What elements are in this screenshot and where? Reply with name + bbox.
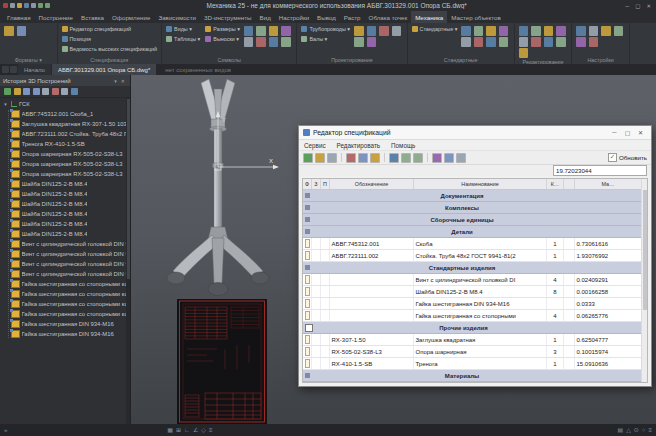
tree-item[interactable]: Шайба DIN125-2-B M8.4 <box>2 229 130 239</box>
shaft-icon[interactable] <box>392 26 402 36</box>
tree-item[interactable]: Опора шарнирная RX-505-02-S38-L3 <box>2 159 130 169</box>
document-tab-active[interactable]: АБВГ.301329.001 Опора СБ.dwg* <box>52 64 156 75</box>
dialog-menu-item[interactable]: Помощь <box>391 142 415 149</box>
options-icon[interactable] <box>576 26 586 36</box>
new-file-icon[interactable] <box>10 3 15 8</box>
tree-item[interactable]: Шайба DIN125-2-B M8.4 <box>2 199 130 209</box>
spec-item-row[interactable]: Шайба DIN125-2-B M8.480.00166258 <box>303 286 642 298</box>
close-button[interactable]: ✕ <box>644 3 653 9</box>
spec-section-row[interactable]: Комплексы <box>303 202 642 214</box>
spec-item-row[interactable]: Гайка шестигранная со стопорными40.06265… <box>303 310 642 322</box>
erase-icon[interactable] <box>519 48 529 58</box>
update-checkbox[interactable]: ✓ Обновить <box>608 153 647 162</box>
valve-icon[interactable] <box>379 26 389 36</box>
annotation-scale-icon[interactable]: △ <box>626 426 631 434</box>
command-prompt-icon[interactable]: » <box>4 426 7 434</box>
units-icon[interactable] <box>614 26 624 36</box>
tree-item[interactable]: Винт с цилиндрической головкой DIN 91 <box>2 249 130 259</box>
ribbon-tab[interactable]: Главная <box>3 11 35 23</box>
lineweight-icon[interactable]: ≡ <box>209 426 213 434</box>
datum-icon[interactable] <box>256 26 266 36</box>
spec-section-row[interactable]: Сборочные единицы <box>303 214 642 226</box>
bearing-icon[interactable] <box>486 37 496 47</box>
spec-section-row[interactable]: Материалы <box>303 370 642 382</box>
nut-icon[interactable] <box>474 26 484 36</box>
tree-item[interactable]: ▾ГСК <box>2 99 130 109</box>
ribbon-button[interactable]: Стандартные ▾ <box>412 24 458 34</box>
cut-icon[interactable] <box>346 153 356 163</box>
rotate-icon[interactable] <box>544 26 554 36</box>
paste-icon[interactable] <box>370 153 380 163</box>
spec-section-row[interactable]: Документация <box>303 190 642 202</box>
trim-icon[interactable] <box>531 37 541 47</box>
section-icon[interactable] <box>269 26 279 36</box>
tab-list-icon[interactable] <box>2 66 9 73</box>
axis-icon[interactable] <box>269 37 279 47</box>
array-icon[interactable] <box>519 37 529 47</box>
dialog-menu-item[interactable]: Сервис <box>304 142 326 149</box>
link-icon[interactable] <box>42 88 49 95</box>
settings-icon[interactable] <box>61 88 68 95</box>
spec-item-row[interactable]: АБВГ.723111.002Стойка. Труба 48х2 ГОСТ 9… <box>303 250 642 262</box>
palette-scrollbar[interactable] <box>126 97 130 424</box>
ortho-icon[interactable]: ∟ <box>184 426 190 434</box>
ribbon-button[interactable]: Редактор спецификаций <box>62 24 158 34</box>
spec-item-row[interactable]: АБВГ.745312.001Скоба10.73061616 <box>303 238 642 250</box>
about-icon[interactable] <box>589 37 599 47</box>
help-icon[interactable] <box>71 88 78 95</box>
table-scrollbar[interactable] <box>641 179 647 382</box>
expander-icon[interactable]: ▾ <box>2 101 9 107</box>
dialog-menu-item[interactable]: Редактировать <box>337 142 381 149</box>
ribbon-button[interactable]: Размеры ▾ <box>205 24 240 34</box>
ribbon-tab[interactable]: 3D-инструменты <box>200 11 256 23</box>
ribbon-button[interactable]: Виды ▾ <box>166 24 200 34</box>
note-icon[interactable] <box>281 26 291 36</box>
tree-item[interactable]: Шайба DIN125-2-B M8.4 <box>2 219 130 229</box>
delete-icon[interactable] <box>52 88 59 95</box>
thread-icon[interactable] <box>367 37 377 47</box>
tree-item[interactable]: Шайба DIN125-2-B M8.4 <box>2 189 130 199</box>
snap-icon[interactable]: ⊞ <box>176 426 181 434</box>
ribbon-button[interactable]: Таблицы ▾ <box>166 34 200 44</box>
saved-views-label[interactable]: нет сохраненных видов <box>165 64 231 75</box>
ribbon-tab[interactable]: Растр <box>340 11 365 23</box>
tree-item[interactable]: Опора шарнирная RX-505-02-S38-L3 <box>2 149 130 159</box>
spec-item-row[interactable]: Винт с цилиндрической головкой DI40.0240… <box>303 274 642 286</box>
ribbon-tab[interactable]: Мастер объектов <box>447 11 504 23</box>
pipe-icon[interactable] <box>354 26 364 36</box>
flange-icon[interactable] <box>367 26 377 36</box>
tree-item[interactable]: Опора шарнирная RX-505-02-S38-L3 <box>2 169 130 179</box>
tree-item[interactable]: Винт с цилиндрической головкой DIN 91 <box>2 239 130 249</box>
tree-item[interactable]: Шайба DIN125-2-B M8.4 <box>2 209 130 219</box>
dialog-close-button[interactable]: ✕ <box>634 129 647 136</box>
isolate-objects-icon[interactable]: ○ <box>642 426 646 434</box>
tree-item[interactable]: АБВГ.723111.002 Стойка. Труба 48х2 ГОС <box>2 129 130 139</box>
polar-tracking-icon[interactable]: ∠ <box>193 426 198 434</box>
spec-item-row[interactable]: RX-307-1.50Заглушка квадратная10.6250477… <box>303 334 642 346</box>
ribbon-button[interactable]: Трубопроводы ▾ <box>301 24 350 34</box>
sort-descending-icon[interactable] <box>413 153 423 163</box>
add-position-icon[interactable] <box>389 153 399 163</box>
document-tab-start[interactable]: Начало <box>18 64 51 75</box>
new-tab-icon[interactable] <box>10 66 17 73</box>
sort-ascending-icon[interactable] <box>401 153 411 163</box>
interface-settings-icon[interactable]: ≡ <box>648 426 652 434</box>
minimize-button[interactable]: ─ <box>623 3 631 9</box>
ribbon-tab[interactable]: Вид <box>256 11 275 23</box>
tree-item[interactable]: Гайка шестигранная DIN 934-M16 <box>2 319 130 329</box>
dialog-maximize-button[interactable]: ▢ <box>621 129 634 136</box>
styles-icon[interactable] <box>601 26 611 36</box>
ribbon-button[interactable]: Валы ▾ <box>301 34 350 44</box>
tree-item[interactable]: АБВГ.745312.001 Скоба_1 <box>2 109 130 119</box>
export-icon[interactable] <box>315 153 325 163</box>
object-snap-icon[interactable]: ◇ <box>201 426 206 434</box>
explode-icon[interactable] <box>556 37 566 47</box>
ribbon-tab[interactable]: Вставка <box>77 11 108 23</box>
spec-item-row[interactable]: RX-410-1.5-SBТренога115.0910636 <box>303 358 642 370</box>
coupling-icon[interactable] <box>354 37 364 47</box>
format-sheet-icon[interactable] <box>4 26 14 36</box>
tree-item[interactable]: Тренога RX-410-1.5-SB <box>2 139 130 149</box>
washer-icon[interactable] <box>486 26 496 36</box>
ribbon-button[interactable]: Ведомость высоких спецификаций <box>62 44 158 54</box>
tree-item[interactable]: Гайка шестигранная DIN 934-M16 <box>2 329 130 339</box>
